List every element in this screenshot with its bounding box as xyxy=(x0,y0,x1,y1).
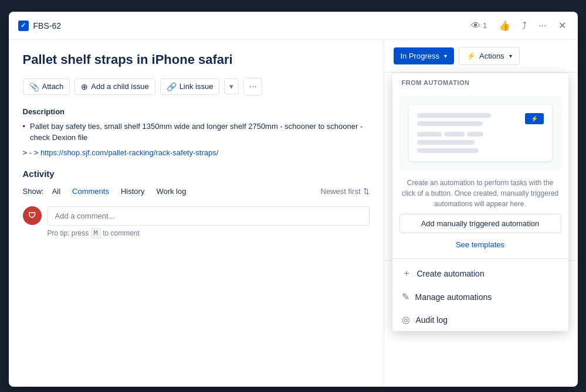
toolbar: 📎 Attach ⊕ Add a child issue 🔗 Link issu… xyxy=(23,78,370,96)
modal-header: ✓ FBS-62 👁 1 👍 ⤴ ··· ✕ xyxy=(9,12,578,40)
jira-icon: ✓ xyxy=(18,21,29,31)
paperclip-icon: 📎 xyxy=(29,82,39,91)
link-issue-label: Link issue xyxy=(179,82,214,91)
newest-first-label: Newest first xyxy=(321,187,361,196)
audit-log-item[interactable]: ◎ Audit log xyxy=(392,308,568,331)
comment-input[interactable] xyxy=(48,206,370,226)
description-label: Description xyxy=(23,107,370,116)
link-line: > - > https://shop.sjf.com/pallet-rackin… xyxy=(23,148,370,157)
description-section: Description • Pallet bay safety ties, sm… xyxy=(23,107,370,157)
show-row: Show: All Comments History Work log Newe… xyxy=(23,186,370,197)
pro-tip: Pro tip: press M to comment xyxy=(48,229,370,237)
audit-log-label: Audit log xyxy=(416,315,448,325)
see-templates-link[interactable]: See templates xyxy=(392,238,568,256)
status-button[interactable]: In Progress ▾ xyxy=(394,47,454,64)
filter-worklog-button[interactable]: Work log xyxy=(153,186,189,197)
header-left: ✓ FBS-62 xyxy=(18,21,61,31)
link-issue-button[interactable]: 🔗 Link issue xyxy=(160,79,220,95)
watch-count: 1 xyxy=(483,21,487,30)
filter-comments-button[interactable]: Comments xyxy=(69,186,113,197)
bullet-symbol: • xyxy=(23,121,26,144)
automation-illustration: ⚡ xyxy=(399,96,561,171)
bolt-small-icon: ⚡ xyxy=(531,115,538,122)
create-automation-item[interactable]: ＋ Create automation xyxy=(392,261,568,285)
more-options-button[interactable]: ··· xyxy=(536,18,548,33)
description-link[interactable]: https://shop.sjf.com/pallet-racking/rack… xyxy=(40,148,218,157)
close-button[interactable]: ✕ xyxy=(556,18,568,33)
like-button[interactable]: 👍 xyxy=(496,18,513,33)
status-bar: In Progress ▾ ⚡ Actions ▾ xyxy=(384,40,578,73)
toolbar-dropdown-button[interactable]: ▾ xyxy=(224,79,239,94)
chevron-down-icon: ▾ xyxy=(444,53,447,59)
filter-all-button[interactable]: All xyxy=(49,186,64,197)
left-panel: Pallet shelf straps in iPhone safari 📎 A… xyxy=(9,40,384,387)
manage-automations-item[interactable]: ✎ Manage automations xyxy=(392,285,568,308)
chevron-down-icon: ▾ xyxy=(229,82,233,91)
from-automation-label: FROM AUTOMATION xyxy=(392,73,568,88)
close-icon: ✕ xyxy=(558,20,566,31)
plus-icon: ＋ xyxy=(402,267,411,279)
watch-button[interactable]: 👁 1 xyxy=(469,18,489,33)
description-content: Pallet bay safety ties, small shelf 1350… xyxy=(30,121,369,144)
activity-header: Activity xyxy=(23,169,370,179)
actions-dropdown: FROM AUTOMATION xyxy=(392,73,568,331)
sort-icon: ⇅ xyxy=(363,187,370,196)
bullet-item: • Pallet bay safety ties, small shelf 13… xyxy=(23,121,370,144)
pro-tip-key: M xyxy=(91,228,101,238)
status-label: In Progress xyxy=(401,52,439,60)
issue-key: FBS-62 xyxy=(33,21,61,30)
child-issue-label: Add a child issue xyxy=(91,82,148,91)
audit-icon: ◎ xyxy=(402,314,410,325)
add-automation-button[interactable]: Add manually triggered automation xyxy=(399,214,561,233)
issue-title: Pallet shelf straps in iPhone safari xyxy=(23,52,370,69)
header-right: 👁 1 👍 ⤴ ··· ✕ xyxy=(469,18,568,33)
bolt-icon: ⚡ xyxy=(466,52,476,60)
manage-automations-label: Manage automations xyxy=(415,292,492,302)
attach-label: Attach xyxy=(42,82,64,91)
activity-section: Activity Show: All Comments History Work… xyxy=(23,169,370,237)
automation-description: Create an automation to perform tasks wi… xyxy=(392,178,568,214)
link-prefix: > - > xyxy=(23,148,39,157)
ellipsis-icon: ··· xyxy=(538,21,546,31)
edit-icon: ✎ xyxy=(402,291,409,302)
comment-area: 🛡 Pro tip: press M to comment xyxy=(23,206,370,237)
avatar-icon: 🛡 xyxy=(28,211,36,220)
child-icon: ⊕ xyxy=(81,82,88,91)
toolbar-more-button[interactable]: ··· xyxy=(243,78,262,96)
newest-first-button[interactable]: Newest first ⇅ xyxy=(321,187,370,196)
attach-button[interactable]: 📎 Attach xyxy=(23,79,70,95)
thumb-up-icon: 👍 xyxy=(499,20,510,31)
actions-button[interactable]: ⚡ Actions ▾ xyxy=(459,47,520,65)
filter-history-button[interactable]: History xyxy=(117,186,148,197)
chevron-down-icon-actions: ▾ xyxy=(509,53,512,59)
eye-icon: 👁 xyxy=(471,21,480,31)
actions-label: Actions xyxy=(479,52,504,60)
issue-modal: ✓ FBS-62 👁 1 👍 ⤴ ··· ✕ xyxy=(9,12,578,387)
more-icon: ··· xyxy=(249,81,256,91)
share-button[interactable]: ⤴ xyxy=(520,18,529,33)
share-icon: ⤴ xyxy=(522,21,527,31)
avatar: 🛡 xyxy=(23,206,42,225)
divider xyxy=(392,258,568,259)
child-issue-button[interactable]: ⊕ Add a child issue xyxy=(74,79,155,95)
comment-input-wrap: Pro tip: press M to comment xyxy=(48,206,370,237)
show-label: Show: xyxy=(23,187,44,196)
create-automation-label: Create automation xyxy=(417,269,485,278)
illus-highlight: ⚡ xyxy=(525,113,544,124)
description-text: • Pallet bay safety ties, small shelf 13… xyxy=(23,121,370,144)
link-icon: 🔗 xyxy=(167,82,177,91)
